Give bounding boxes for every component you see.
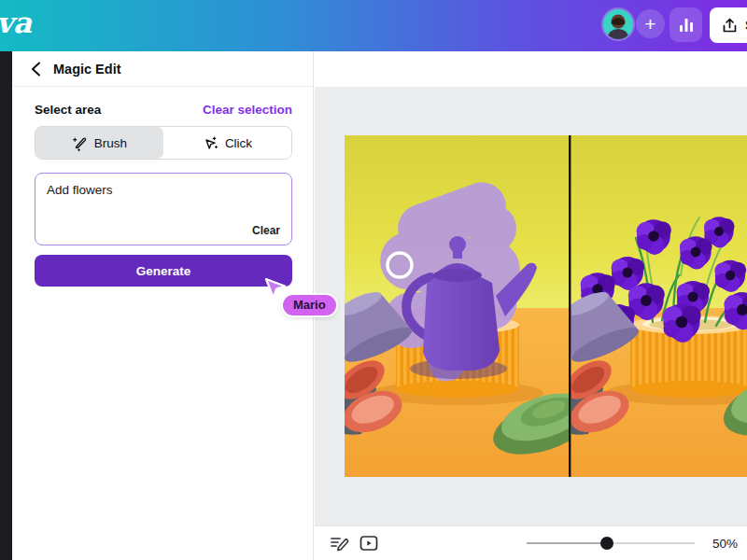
split-divider xyxy=(569,135,571,477)
prompt-clear-button[interactable]: Clear xyxy=(252,224,280,237)
insights-button[interactable] xyxy=(669,7,702,42)
canva-logo[interactable]: va xyxy=(0,6,32,39)
bar-chart-icon xyxy=(678,17,695,34)
present-icon xyxy=(359,535,378,552)
canvas-top-strip xyxy=(315,51,747,87)
click-mode-button[interactable]: Click xyxy=(163,127,291,159)
status-bar: 50% xyxy=(315,525,747,560)
zoom-slider-track-filled[interactable] xyxy=(527,542,607,544)
selection-mode-toggle: Brush Click xyxy=(35,126,292,160)
notes-icon xyxy=(330,534,349,553)
panel-header: Magic Edit xyxy=(12,51,313,87)
present-button[interactable] xyxy=(354,530,384,556)
edit-image[interactable] xyxy=(345,135,747,477)
select-area-label: Select area xyxy=(35,103,101,117)
add-member-button[interactable]: + xyxy=(636,9,665,38)
top-bar: va + S xyxy=(0,0,747,51)
brush-mode-button[interactable]: Brush xyxy=(35,127,163,159)
click-cursor-icon xyxy=(203,135,218,151)
zoom-slider-track[interactable] xyxy=(607,542,695,544)
workspace xyxy=(315,87,747,525)
generate-button[interactable]: Generate xyxy=(35,255,292,287)
magic-edit-panel: Magic Edit Select area Clear selection B… xyxy=(12,51,314,560)
collapsed-sidebar-rail xyxy=(0,51,12,560)
avatar-image xyxy=(603,9,633,39)
prompt-field-container: Add flowers Clear xyxy=(35,173,292,245)
plus-icon: + xyxy=(644,13,655,35)
zoom-level-label: 50% xyxy=(708,537,738,551)
click-mode-label: Click xyxy=(225,136,252,150)
share-button[interactable]: S xyxy=(710,7,747,43)
panel-title: Magic Edit xyxy=(53,62,121,77)
back-chevron-icon[interactable] xyxy=(31,62,41,77)
zoom-slider[interactable] xyxy=(527,537,695,550)
share-upload-icon xyxy=(722,18,738,34)
image-after-half[interactable] xyxy=(551,135,747,477)
notes-button[interactable] xyxy=(324,530,354,556)
zoom-slider-thumb[interactable] xyxy=(600,537,613,550)
brush-icon xyxy=(72,135,88,151)
brush-mode-label: Brush xyxy=(94,136,127,150)
avatar[interactable] xyxy=(603,9,633,39)
canvas-area: 50% xyxy=(315,51,747,560)
image-before-half[interactable] xyxy=(345,135,599,477)
clear-selection-link[interactable]: Clear selection xyxy=(203,103,292,117)
